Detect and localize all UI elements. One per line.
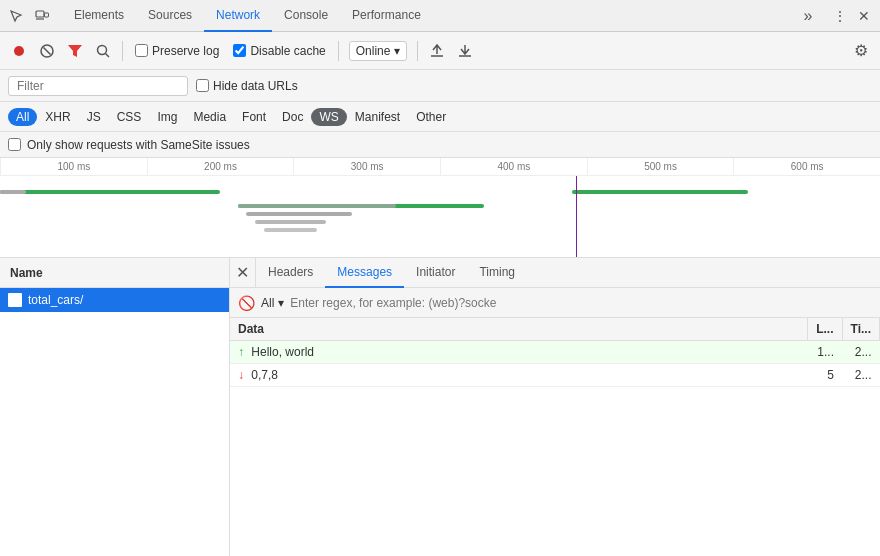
tl-bar-1 <box>0 190 220 194</box>
type-filter-ws[interactable]: WS <box>311 108 346 126</box>
ruler-mark-500: 500 ms <box>587 158 734 175</box>
hide-data-urls-label[interactable]: Hide data URLs <box>196 79 298 93</box>
tab-timing[interactable]: Timing <box>467 258 527 288</box>
svg-point-3 <box>14 46 24 56</box>
disable-cache-checkbox[interactable] <box>233 44 246 57</box>
messages-filter-input[interactable] <box>290 296 872 310</box>
main-panel: Name total_cars/ ✕ Headers Messages Init… <box>0 258 880 556</box>
separator-3 <box>417 41 418 61</box>
chevron-down-icon: ▾ <box>394 44 400 58</box>
cursor-icon[interactable] <box>4 4 28 28</box>
device-icon[interactable] <box>30 4 54 28</box>
tab-network[interactable]: Network <box>204 0 272 32</box>
tl-bar-8 <box>572 190 748 194</box>
preserve-log-checkbox[interactable] <box>135 44 148 57</box>
msg-data-value: 0,7,8 <box>251 368 278 382</box>
separator-1 <box>122 41 123 61</box>
type-filter-font[interactable]: Font <box>234 108 274 126</box>
type-filter-other[interactable]: Other <box>408 108 454 126</box>
export-har-button[interactable] <box>452 38 478 64</box>
messages-data-table: Data L... Ti... ↑ Hello, world 1... <box>230 318 880 387</box>
ruler-mark-400: 400 ms <box>440 158 587 175</box>
no-entry-icon: 🚫 <box>238 295 255 311</box>
preserve-log-checkbox-label[interactable]: Preserve log <box>129 44 225 58</box>
tab-console[interactable]: Console <box>272 0 340 32</box>
svg-rect-1 <box>45 13 49 17</box>
type-filter-media[interactable]: Media <box>185 108 234 126</box>
type-filter-manifest[interactable]: Manifest <box>347 108 408 126</box>
close-panel-button[interactable]: ✕ <box>230 258 256 288</box>
request-list: Name total_cars/ <box>0 258 230 556</box>
tab-headers[interactable]: Headers <box>256 258 325 288</box>
svg-point-6 <box>98 45 107 54</box>
samesite-checkbox[interactable] <box>8 138 21 151</box>
more-tabs-button[interactable]: » <box>796 4 820 28</box>
separator-2 <box>338 41 339 61</box>
timeline-ruler: 100 ms 200 ms 300 ms 400 ms 500 ms 600 m… <box>0 158 880 176</box>
settings-button[interactable]: ⚙ <box>848 38 874 64</box>
toolbar: Preserve log Disable cache Online ▾ ⚙ <box>0 32 880 70</box>
messages-panel: 🚫 All ▾ Data L... Ti... <box>230 288 880 556</box>
import-har-button[interactable] <box>424 38 450 64</box>
tl-bar-5 <box>246 212 352 216</box>
col-header-length: L... <box>808 318 842 341</box>
tl-bar-2 <box>0 190 26 194</box>
msg-length-cell: 1... <box>808 341 842 364</box>
msg-time-cell: 2... <box>842 341 879 364</box>
type-filter-all[interactable]: All <box>8 108 37 126</box>
hide-data-urls-checkbox[interactable] <box>196 79 209 92</box>
detail-panel: ✕ Headers Messages Initiator Timing 🚫 Al… <box>230 258 880 556</box>
tl-bar-7 <box>264 228 317 232</box>
tab-performance[interactable]: Performance <box>340 0 433 32</box>
tl-bar-4 <box>238 204 396 208</box>
request-name: total_cars/ <box>28 293 83 307</box>
type-filter-xhr[interactable]: XHR <box>37 108 78 126</box>
svg-line-5 <box>44 47 51 54</box>
menu-button[interactable]: ⋮ <box>828 4 852 28</box>
request-list-header: Name <box>0 258 229 288</box>
type-filter-js[interactable]: JS <box>79 108 109 126</box>
svg-rect-0 <box>36 11 44 17</box>
tl-bar-6 <box>255 220 325 224</box>
table-row[interactable]: ↑ Hello, world 1... 2... <box>230 341 880 364</box>
search-button[interactable] <box>90 38 116 64</box>
msg-data-cell: ↓ 0,7,8 <box>230 364 808 387</box>
messages-type-filter[interactable]: All ▾ <box>261 296 284 310</box>
type-filters: All XHR JS CSS Img Media Font Doc WS Man… <box>0 102 880 132</box>
chevron-down-icon: ▾ <box>278 296 284 310</box>
type-filter-img[interactable]: Img <box>149 108 185 126</box>
close-devtools-button[interactable]: ✕ <box>852 4 876 28</box>
svg-line-7 <box>106 53 110 57</box>
ruler-mark-600: 600 ms <box>733 158 880 175</box>
ruler-mark-200: 200 ms <box>147 158 294 175</box>
clear-button[interactable] <box>34 38 60 64</box>
detail-tabs: ✕ Headers Messages Initiator Timing <box>230 258 880 288</box>
timeline-bars <box>0 176 880 258</box>
msg-length-cell: 5 <box>808 364 842 387</box>
ruler-mark-100: 100 ms <box>0 158 147 175</box>
tab-sources[interactable]: Sources <box>136 0 204 32</box>
record-button[interactable] <box>6 38 32 64</box>
msg-time-cell: 2... <box>842 364 879 387</box>
messages-filter: 🚫 All ▾ <box>230 288 880 318</box>
type-filter-css[interactable]: CSS <box>109 108 150 126</box>
tab-messages[interactable]: Messages <box>325 258 404 288</box>
type-filter-doc[interactable]: Doc <box>274 108 311 126</box>
request-item[interactable]: total_cars/ <box>0 288 229 312</box>
filter-input[interactable] <box>8 76 188 96</box>
table-row[interactable]: ↓ 0,7,8 5 2... <box>230 364 880 387</box>
msg-data-cell: ↑ Hello, world <box>230 341 808 364</box>
ruler-mark-300: 300 ms <box>293 158 440 175</box>
col-header-data: Data <box>230 318 808 341</box>
tab-initiator[interactable]: Initiator <box>404 258 467 288</box>
sent-arrow-icon: ↑ <box>238 345 244 359</box>
col-header-time: Ti... <box>842 318 879 341</box>
filter-bar: Hide data URLs <box>0 70 880 102</box>
throttle-select[interactable]: Online ▾ <box>349 41 408 61</box>
tab-elements[interactable]: Elements <box>62 0 136 32</box>
samesite-bar: Only show requests with SameSite issues <box>0 132 880 158</box>
filter-button[interactable] <box>62 38 88 64</box>
disable-cache-checkbox-label[interactable]: Disable cache <box>227 44 331 58</box>
msg-data-value: Hello, world <box>251 345 314 359</box>
timeline: 100 ms 200 ms 300 ms 400 ms 500 ms 600 m… <box>0 158 880 258</box>
